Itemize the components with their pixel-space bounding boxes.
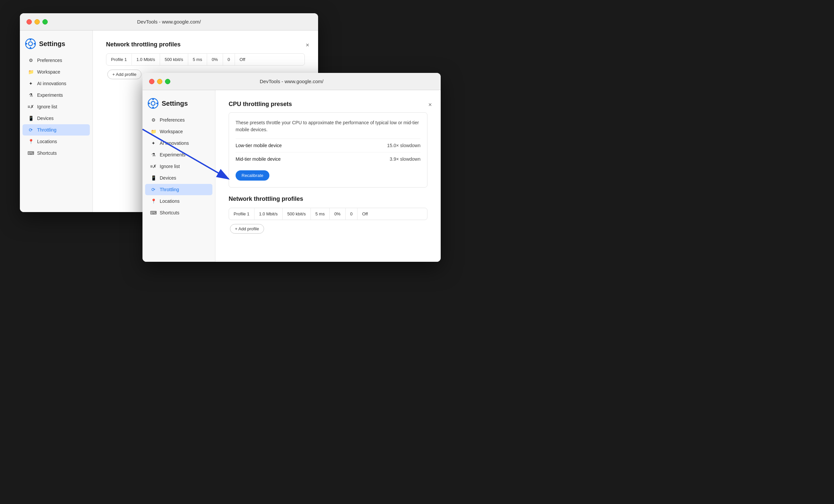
shortcuts-label-2: Shortcuts (160, 210, 179, 215)
throttling-label-1: Throttling (37, 127, 56, 133)
experiments-label-2: Experiments (160, 152, 185, 157)
svg-point-4 (26, 43, 27, 45)
fullscreen-traffic-light-1[interactable] (42, 19, 48, 24)
svg-point-13 (156, 103, 158, 104)
cell-download-2: 1.0 Mbit/s (255, 208, 283, 220)
profile-row-1: Profile 1 1.0 Mbit/s 500 kbit/s 5 ms 0% … (106, 54, 305, 65)
devtools-window-2: DevTools - www.google.com/ Settings ⚙ Pr… (142, 73, 441, 262)
sidebar-2: Settings ⚙ Preferences 📁 Workspace ✦ AI … (142, 90, 215, 262)
window-title-2: DevTools - www.google.com/ (260, 79, 324, 84)
devices-label-2: Devices (160, 175, 176, 181)
recalibrate-button[interactable]: Recalibrate (236, 170, 269, 181)
ignorelist-label-2: Ignore list (160, 164, 180, 169)
devices-icon-1: 📱 (28, 115, 34, 121)
workspace-label-1: Workspace (37, 69, 60, 74)
svg-point-1 (28, 42, 32, 46)
sidebar-item-ignorelist-2[interactable]: ≡✗ Ignore list (145, 161, 213, 172)
sidebar-header-2: Settings (142, 95, 215, 114)
flask-icon-1: ⚗ (28, 92, 34, 98)
close-button-2[interactable]: × (426, 101, 434, 109)
add-profile-button-1[interactable]: + Add profile (107, 70, 141, 79)
sparkle-icon-1: ✦ (28, 81, 34, 87)
cell-off-2: Off (357, 208, 372, 220)
main-content-2: × CPU throttling presets These presets t… (215, 90, 441, 262)
svg-point-12 (149, 103, 150, 104)
sidebar-item-ignorelist-1[interactable]: ≡✗ Ignore list (23, 101, 90, 112)
low-tier-value: 15.0× slowdown (387, 143, 420, 148)
ignorelist-label-1: Ignore list (37, 104, 57, 109)
throttle-icon-2: ⟳ (150, 187, 156, 193)
profile-table-2: Profile 1 1.0 Mbit/s 500 kbit/s 5 ms 0% … (228, 208, 427, 220)
sidebar-item-devices-1[interactable]: 📱 Devices (23, 113, 90, 124)
cell-profile-name-1: Profile 1 (106, 54, 132, 65)
folder-icon-1: 📁 (28, 69, 34, 75)
close-traffic-light-2[interactable] (149, 79, 154, 84)
titlebar-2: DevTools - www.google.com/ (142, 73, 441, 90)
fullscreen-traffic-light-2[interactable] (165, 79, 170, 84)
sidebar-item-experiments-2[interactable]: ⚗ Experiments (145, 149, 213, 160)
window-controls-1 (26, 19, 48, 24)
titlebar-1: DevTools - www.google.com/ (20, 13, 318, 30)
add-profile-button-2[interactable]: + Add profile (230, 224, 264, 234)
cell-queue-2: 0 (346, 208, 357, 220)
experiments-label-1: Experiments (37, 92, 63, 98)
sidebar-item-locations-1[interactable]: 📍 Locations (23, 136, 90, 147)
sidebar-item-locations-2[interactable]: 📍 Locations (145, 196, 213, 207)
profile-row-2: Profile 1 1.0 Mbit/s 500 kbit/s 5 ms 0% … (229, 208, 427, 220)
pin-icon-2: 📍 (150, 198, 156, 204)
sidebar-item-devices-2[interactable]: 📱 Devices (145, 172, 213, 183)
sidebar-item-workspace-2[interactable]: 📁 Workspace (145, 126, 213, 137)
low-tier-row: Low-tier mobile device 15.0× slowdown (236, 138, 420, 152)
sidebar-item-throttling-1[interactable]: ⟳ Throttling (23, 124, 90, 135)
ignore-icon-1: ≡✗ (28, 104, 34, 110)
sidebar-title-1: Settings (39, 40, 65, 48)
cell-packetloss-1: 0% (207, 54, 223, 65)
flask-icon-2: ⚗ (150, 152, 156, 158)
minimize-traffic-light-2[interactable] (157, 79, 162, 84)
low-tier-label: Low-tier mobile device (236, 143, 282, 148)
preferences-label-2: Preferences (160, 117, 184, 123)
devices-label-1: Devices (37, 116, 54, 121)
throttling-label-2: Throttling (160, 187, 179, 192)
pin-icon-1: 📍 (28, 138, 34, 145)
close-button-1[interactable]: × (304, 41, 311, 49)
ai-label-2: AI innovations (160, 140, 189, 146)
window-controls-2 (149, 79, 170, 84)
preferences-label-1: Preferences (37, 58, 62, 63)
svg-point-11 (152, 107, 154, 108)
settings-logo-icon-1 (25, 39, 36, 49)
devices-icon-2: 📱 (150, 175, 156, 181)
svg-point-10 (152, 99, 154, 101)
cell-latency-2: 5 ms (311, 208, 330, 220)
cell-latency-1: 5 ms (188, 54, 207, 65)
sparkle-icon-2: ✦ (150, 140, 156, 146)
mid-tier-value: 3.9× slowdown (390, 156, 420, 162)
gear-icon-1: ⚙ (28, 57, 34, 63)
gear-icon-2: ⚙ (150, 117, 156, 123)
folder-icon-2: 📁 (150, 129, 156, 134)
profile-table-1: Profile 1 1.0 Mbit/s 500 kbit/s 5 ms 0% … (106, 53, 305, 66)
sidebar-item-shortcuts-1[interactable]: ⌨ Shortcuts (23, 148, 90, 159)
keyboard-icon-1: ⌨ (28, 150, 34, 156)
sidebar-title-2: Settings (162, 100, 188, 107)
sidebar-item-experiments-1[interactable]: ⚗ Experiments (23, 89, 90, 101)
svg-point-2 (30, 39, 31, 41)
settings-logo-icon-2 (148, 98, 158, 109)
network-section-title-2: Network throttling profiles (228, 196, 427, 202)
cell-profile-name-2: Profile 1 (229, 208, 255, 220)
close-traffic-light-1[interactable] (26, 19, 32, 24)
sidebar-item-shortcuts-2[interactable]: ⌨ Shortcuts (145, 207, 213, 218)
sidebar-item-workspace-1[interactable]: 📁 Workspace (23, 66, 90, 78)
sidebar-item-throttling-2[interactable]: ⟳ Throttling (145, 184, 213, 195)
ai-label-1: AI innovations (37, 81, 66, 86)
cpu-section-title: CPU throttling presets (228, 101, 427, 108)
sidebar-item-preferences-2[interactable]: ⚙ Preferences (145, 114, 213, 126)
mid-tier-label: Mid-tier mobile device (236, 156, 281, 162)
sidebar-item-ai-2[interactable]: ✦ AI innovations (145, 137, 213, 149)
sidebar-item-preferences-1[interactable]: ⚙ Preferences (23, 55, 90, 66)
sidebar-item-ai-1[interactable]: ✦ AI innovations (23, 78, 90, 89)
svg-point-3 (30, 47, 31, 49)
minimize-traffic-light-1[interactable] (35, 19, 40, 24)
throttle-icon-1: ⟳ (28, 127, 34, 133)
mid-tier-row: Mid-tier mobile device 3.9× slowdown (236, 152, 420, 166)
